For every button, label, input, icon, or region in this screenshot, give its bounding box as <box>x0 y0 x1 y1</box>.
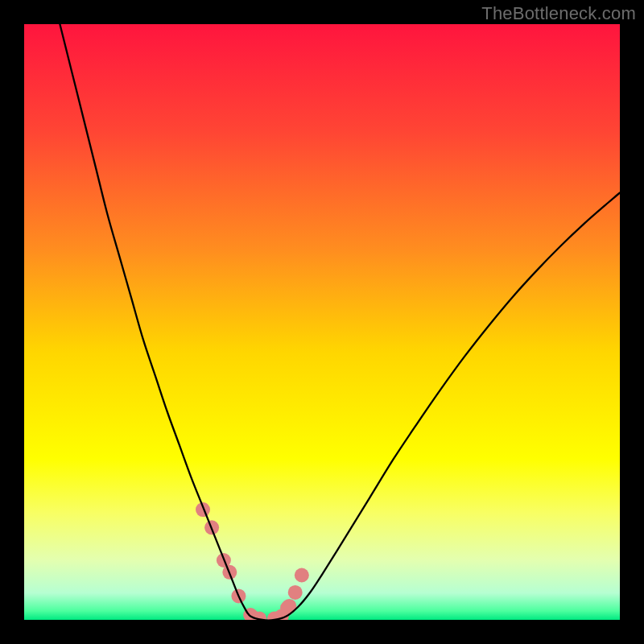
watermark-text: TheBottleneck.com <box>481 3 636 24</box>
data-marker <box>295 568 309 583</box>
chart-frame: TheBottleneck.com <box>0 0 644 644</box>
plot-area <box>24 24 620 620</box>
bottleneck-curve <box>60 24 620 620</box>
marker-group <box>196 502 309 620</box>
data-marker <box>288 585 303 600</box>
curve-layer <box>24 24 620 620</box>
